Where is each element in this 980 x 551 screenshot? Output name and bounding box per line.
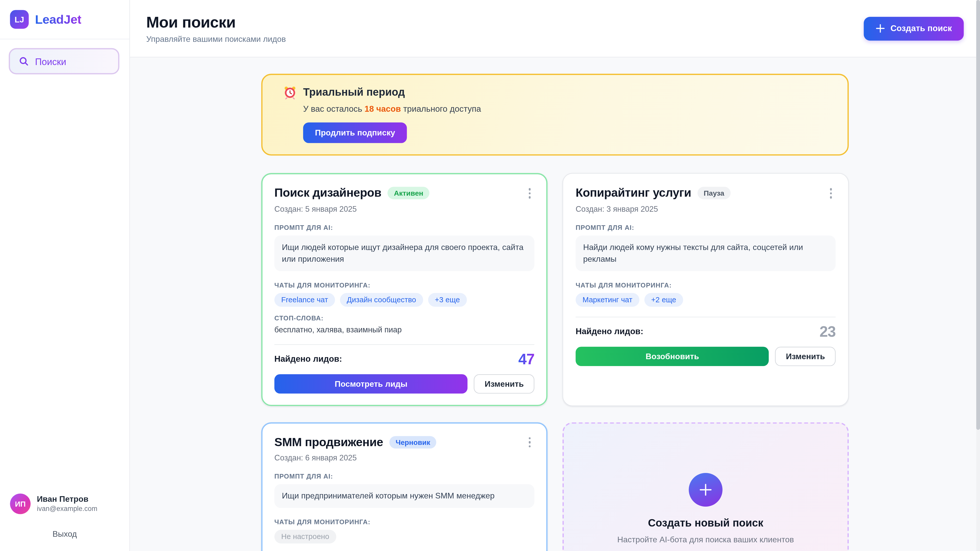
card-title: Поиск дизайнеров xyxy=(274,186,381,200)
user-email: ivan@example.com xyxy=(37,504,97,513)
prompt-label: ПРОМПТ ДЛЯ AI: xyxy=(274,472,535,480)
card-menu-button[interactable] xyxy=(826,186,835,201)
status-badge: Активен xyxy=(388,187,430,200)
chat-chip-more: +3 еще xyxy=(428,292,467,306)
trial-text-prefix: У вас осталось xyxy=(303,104,365,114)
divider xyxy=(274,344,535,345)
trial-text-suffix: триального доступа xyxy=(401,104,481,114)
sidebar: LJ LeadJet Поиски ИП Иван Петров ivan@ex… xyxy=(0,0,130,551)
card-title: Копирайтинг услуги xyxy=(576,186,691,200)
leads-found-label: Найдено лидов: xyxy=(274,354,342,364)
user-info: Иван Петров ivan@example.com xyxy=(37,494,97,513)
edit-button[interactable]: Изменить xyxy=(474,374,534,393)
chats-label: ЧАТЫ ДЛЯ МОНИТОРИНГА: xyxy=(274,518,535,525)
scrollbar-track xyxy=(976,0,980,551)
sidebar-item-searches[interactable]: Поиски xyxy=(9,48,119,75)
chat-chips: Маркетинг чат +2 еще xyxy=(576,292,836,306)
prompt-label: ПРОМПТ ДЛЯ AI: xyxy=(274,224,535,231)
plus-circle-icon[interactable] xyxy=(689,473,722,507)
search-cards-grid: Поиск дизайнеров Активен Создан: 5 январ… xyxy=(261,173,849,551)
search-icon xyxy=(19,56,29,66)
avatar: ИП xyxy=(10,494,30,514)
content-area: Триальный период У вас осталось 18 часов… xyxy=(130,57,980,551)
stopwords-text: бесплатно, халява, взаимный пиар xyxy=(274,325,535,334)
chat-chips: Freelance чат Дизайн сообщество +3 еще xyxy=(274,292,535,306)
chats-label: ЧАТЫ ДЛЯ МОНИТОРИНГА: xyxy=(274,281,535,288)
card-menu-button[interactable] xyxy=(525,434,535,450)
trial-banner-title: Триальный период xyxy=(303,86,405,99)
chat-chip: Freelance чат xyxy=(274,292,335,306)
extend-subscription-button[interactable]: Продлить подписку xyxy=(303,122,407,143)
resume-button[interactable]: Возобновить xyxy=(576,346,769,366)
prompt-text: Найди людей кому нужны тексты для сайта,… xyxy=(576,235,836,271)
leads-found-label: Найдено лидов: xyxy=(576,327,643,336)
card-created-date: Создан: 6 января 2025 xyxy=(274,454,535,462)
search-card-designers: Поиск дизайнеров Активен Создан: 5 январ… xyxy=(261,173,548,406)
chat-chip: Дизайн сообщество xyxy=(340,292,423,306)
edit-button[interactable]: Изменить xyxy=(775,346,835,366)
leads-count: 23 xyxy=(819,323,835,340)
chat-chips: Не настроено xyxy=(274,530,535,543)
brand-logo-initials: LJ xyxy=(14,15,24,24)
chats-label: ЧАТЫ ДЛЯ МОНИТОРИНГА: xyxy=(576,281,836,288)
chat-chip: Маркетинг чат xyxy=(576,292,639,306)
app-window: LJ LeadJet Поиски ИП Иван Петров ivan@ex… xyxy=(0,0,980,551)
card-created-date: Создан: 3 января 2025 xyxy=(576,205,836,213)
card-created-date: Создан: 5 января 2025 xyxy=(274,205,535,213)
page-header: Мои поиски Управляйте вашими поисками ли… xyxy=(130,0,980,57)
create-search-button[interactable]: Создать поиск xyxy=(864,17,964,40)
user-row: ИП Иван Петров ivan@example.com xyxy=(10,494,119,514)
page-title: Мои поиски xyxy=(146,13,286,31)
sidebar-item-label: Поиски xyxy=(35,56,66,67)
search-card-copywriting: Копирайтинг услуги Пауза Создан: 3 январ… xyxy=(563,173,849,406)
page-subtitle: Управляйте вашими поисками лидов xyxy=(146,34,286,44)
leads-count: 47 xyxy=(518,350,535,368)
chat-chip-more: +2 еще xyxy=(644,292,683,306)
trial-banner-text: У вас осталось 18 часов триального досту… xyxy=(303,104,834,114)
scrollbar-thumb[interactable] xyxy=(976,0,980,430)
create-card-title: Создать новый поиск xyxy=(648,517,763,530)
prompt-label: ПРОМПТ ДЛЯ AI: xyxy=(576,224,836,231)
status-badge: Пауза xyxy=(697,187,730,200)
trial-hours-highlight: 18 часов xyxy=(364,104,401,114)
logout-button[interactable]: Выход xyxy=(10,529,119,538)
trial-banner: Триальный период У вас осталось 18 часов… xyxy=(261,74,849,156)
create-new-search-card[interactable]: Создать новый поиск Настройте AI-бота дл… xyxy=(563,422,849,551)
status-badge: Черновик xyxy=(390,436,437,448)
create-card-subtitle: Настройте AI-бота для поиска ваших клиен… xyxy=(617,534,794,544)
alarm-clock-icon xyxy=(283,86,297,100)
brand-logo: LJ xyxy=(10,10,29,29)
avatar-initials: ИП xyxy=(15,499,25,508)
search-card-smm: SMM продвижение Черновик Создан: 6 январ… xyxy=(261,422,548,551)
main-area: Мои поиски Управляйте вашими поисками ли… xyxy=(130,0,980,551)
stopwords-label: СТОП-СЛОВА: xyxy=(274,314,535,321)
prompt-text: Ищи предпринимателей которым нужен SMM м… xyxy=(274,484,535,508)
chat-chip-not-configured: Не настроено xyxy=(274,530,336,543)
plus-icon xyxy=(875,24,885,33)
user-name: Иван Петров xyxy=(37,494,97,505)
brand-name: LeadJet xyxy=(35,12,81,27)
prompt-text: Ищи людей которые ищут дизайнера для сво… xyxy=(274,235,535,271)
view-leads-button[interactable]: Посмотреть лиды xyxy=(274,374,468,393)
card-title: SMM продвижение xyxy=(274,435,383,449)
page-header-text: Мои поиски Управляйте вашими поисками ли… xyxy=(146,13,286,44)
sidebar-user-section: ИП Иван Петров ivan@example.com Выход xyxy=(0,485,129,551)
brand: LJ LeadJet xyxy=(0,0,129,39)
card-menu-button[interactable] xyxy=(525,186,535,201)
create-search-button-label: Создать поиск xyxy=(891,24,952,33)
sidebar-nav: Поиски xyxy=(0,39,129,83)
divider xyxy=(576,316,836,317)
